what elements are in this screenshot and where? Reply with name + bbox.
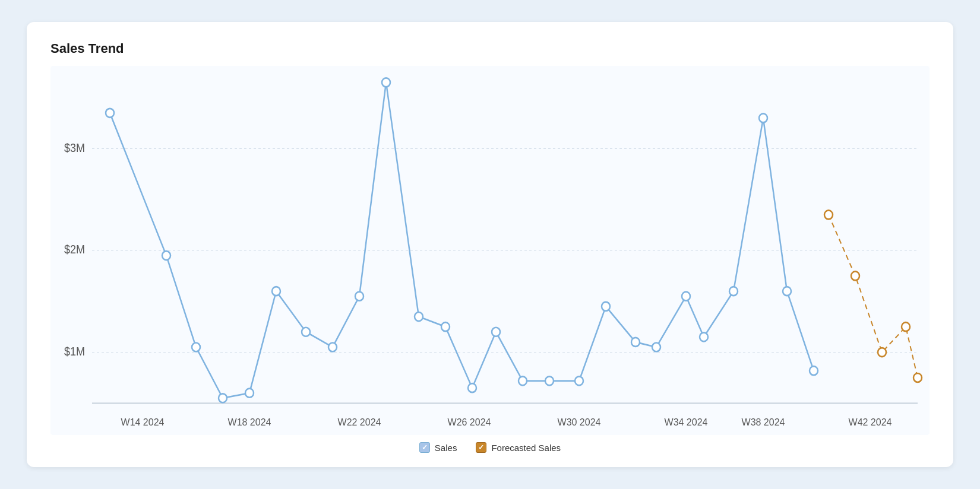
legend-forecast-label: Forecasted Sales	[491, 443, 561, 453]
sales-trend-chart: Sales Trend $3M $2M $1M W14 2024	[27, 22, 953, 467]
sales-point	[106, 109, 114, 118]
svg-text:W38 2024: W38 2024	[742, 416, 785, 428]
sales-point	[245, 389, 254, 398]
legend-sales: ✓ Sales	[419, 442, 457, 453]
legend-sales-label: Sales	[435, 443, 457, 453]
sales-point	[219, 393, 227, 402]
sales-point	[441, 322, 450, 331]
sales-point	[192, 343, 200, 352]
sales-point	[519, 376, 527, 385]
sales-point	[468, 383, 476, 392]
sales-point	[631, 338, 640, 347]
svg-text:W34 2024: W34 2024	[665, 416, 708, 428]
chart-area: $3M $2M $1M W14 2024 W18 2024 W22 2024 W…	[50, 66, 930, 453]
svg-text:$1M: $1M	[64, 345, 85, 358]
chart-svg: $3M $2M $1M W14 2024 W18 2024 W22 2024 W…	[50, 66, 930, 435]
sales-point	[652, 343, 660, 352]
svg-text:$2M: $2M	[64, 243, 85, 256]
forecast-point	[902, 322, 910, 331]
sales-point	[810, 366, 818, 375]
svg-text:W14 2024: W14 2024	[121, 416, 165, 428]
chart-svg-wrapper: $3M $2M $1M W14 2024 W18 2024 W22 2024 W…	[50, 66, 930, 435]
sales-point	[355, 292, 363, 301]
legend-forecast-checkbox: ✓	[476, 442, 486, 453]
chart-title: Sales Trend	[50, 41, 930, 56]
svg-text:W42 2024: W42 2024	[849, 416, 892, 428]
sales-point	[415, 312, 423, 321]
forecast-point	[851, 271, 859, 280]
chart-legend: ✓ Sales ✓ Forecasted Sales	[50, 442, 930, 453]
svg-text:W18 2024: W18 2024	[228, 416, 271, 428]
sales-point	[162, 251, 170, 260]
forecast-point	[913, 373, 922, 382]
legend-forecast: ✓ Forecasted Sales	[476, 442, 561, 453]
sales-point	[575, 376, 583, 385]
sales-point	[783, 287, 791, 296]
legend-sales-checkbox: ✓	[419, 442, 430, 453]
sales-point	[272, 287, 280, 296]
sales-point	[700, 332, 708, 341]
sales-point	[682, 292, 690, 301]
sales-point	[328, 343, 337, 352]
forecast-point	[878, 348, 886, 357]
sales-point	[545, 376, 554, 385]
sales-point	[492, 328, 500, 336]
sales-point	[759, 113, 767, 122]
svg-text:$3M: $3M	[64, 141, 85, 154]
sales-point	[302, 328, 310, 336]
sales-point	[729, 287, 738, 296]
svg-text:W30 2024: W30 2024	[558, 416, 601, 428]
forecast-point	[824, 210, 833, 219]
sales-point	[382, 78, 390, 87]
sales-point	[602, 302, 610, 311]
svg-text:W22 2024: W22 2024	[338, 416, 381, 428]
svg-text:W26 2024: W26 2024	[448, 416, 491, 428]
